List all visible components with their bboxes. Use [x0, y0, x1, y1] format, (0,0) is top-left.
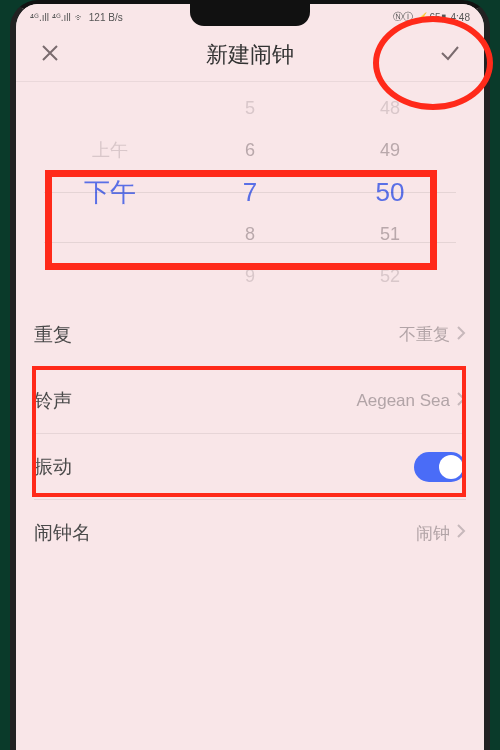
row-name-value: 闹钟 [416, 522, 450, 545]
signal-icon: ⁴ᴳ.ıll ⁴ᴳ.ıll [30, 12, 71, 23]
nfc-icon: ⓃⒾ [393, 10, 413, 24]
row-ringtone-label: 铃声 [34, 388, 72, 414]
row-vibrate: 振动 [34, 434, 466, 500]
vibrate-toggle[interactable] [414, 452, 466, 482]
chevron-right-icon [456, 523, 466, 543]
chevron-right-icon [456, 325, 466, 345]
wifi-icon: ᯤ [75, 12, 85, 23]
confirm-icon[interactable] [438, 41, 462, 69]
row-ringtone[interactable]: 铃声 Aegean Sea [34, 368, 466, 434]
chevron-right-icon [456, 391, 466, 411]
clock-text: 4:48 [451, 12, 470, 23]
row-vibrate-label: 振动 [34, 454, 72, 480]
row-name[interactable]: 闹钟名 闹钟 [34, 500, 466, 566]
row-repeat[interactable]: 重复 不重复 [34, 302, 466, 368]
header-bar: 新建闹钟 [16, 28, 484, 82]
net-speed: 121 B/s [89, 12, 123, 23]
row-repeat-label: 重复 [34, 322, 72, 348]
battery-icon: ⚡65▮ [417, 12, 446, 23]
row-repeat-value: 不重复 [399, 323, 450, 346]
time-picker[interactable]: 上午 下午 5 6 7 8 9 48 49 50 51 52 [16, 82, 484, 296]
row-ringtone-value: Aegean Sea [356, 391, 450, 411]
row-name-label: 闹钟名 [34, 520, 91, 546]
page-title: 新建闹钟 [206, 40, 294, 70]
close-icon[interactable] [38, 41, 62, 69]
